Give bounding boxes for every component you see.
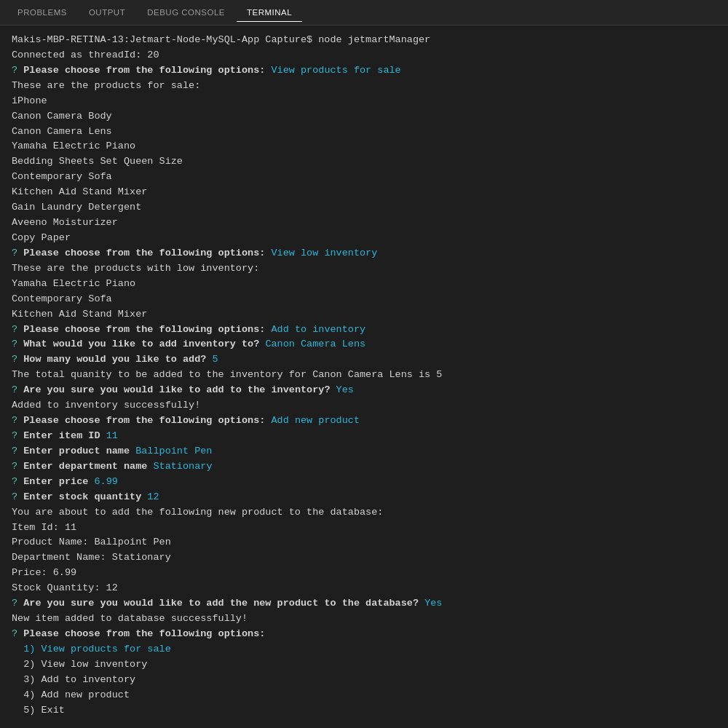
line-added-success: Added to inventory successfully! xyxy=(12,398,716,414)
line-iphone: iPhone xyxy=(12,94,716,109)
line-copy: Copy Paper xyxy=(12,231,716,246)
line-prompt-4: ? What would you like to add inventory t… xyxy=(12,337,716,352)
line-kitchen: Kitchen Aid Stand Mixer xyxy=(12,185,716,200)
line-prompt-price: ? Enter price 6.99 xyxy=(12,475,716,490)
line-gain: Gain Laundry Detergent xyxy=(12,200,716,215)
line-prompt-dept: ? Enter department name Stationary xyxy=(12,459,716,475)
line-new-item-success: New item added to database successfully! xyxy=(12,612,716,627)
line-canon-lens: Canon Camera Lens xyxy=(12,124,716,140)
line-prompt-1: ? Please choose from the following optio… xyxy=(12,63,716,79)
terminal-body[interactable]: Makis-MBP-RETINA-13:Jetmart-Node-MySQL-A… xyxy=(0,25,728,728)
line-sofa: Contemporary Sofa xyxy=(12,170,716,185)
line-prompt-2: ? Please choose from the following optio… xyxy=(12,246,716,261)
line-prompt-5: ? How many would you like to add? 5 xyxy=(12,352,716,368)
line-prompt-9: ? Please choose from the following optio… xyxy=(12,627,716,642)
line-stock-qty: Stock Quantity: 12 xyxy=(12,581,716,596)
tab-problems[interactable]: PROBLEMS xyxy=(7,4,77,21)
line-bedding: Bedding Sheets Set Queen Size xyxy=(12,154,716,170)
tab-debug-console[interactable]: DEBUG CONSOLE xyxy=(137,4,235,21)
line-item-id: Item Id: 11 xyxy=(12,521,716,536)
line-connected: Connected as threadId: 20 xyxy=(12,48,716,63)
line-prompt-8: ? Are you sure you would like to add the… xyxy=(12,596,716,612)
line-cmd: Makis-MBP-RETINA-13:Jetmart-Node-MySQL-A… xyxy=(12,33,716,48)
line-menu-2: 2) View low inventory xyxy=(12,657,716,673)
line-low-yamaha: Yamaha Electric Piano xyxy=(12,277,716,292)
line-prompt-product-name: ? Enter product name Ballpoint Pen xyxy=(12,444,716,459)
line-prompt-7: ? Please choose from the following optio… xyxy=(12,414,716,429)
line-prompt-stock: ? Enter stock quantity 12 xyxy=(12,490,716,505)
line-low-kitchen: Kitchen Aid Stand Mixer xyxy=(12,307,716,323)
line-low-sofa: Contemporary Sofa xyxy=(12,292,716,307)
line-menu-5: 5) Exit xyxy=(12,703,716,719)
line-menu-4: 4) Add new product xyxy=(12,688,716,703)
line-canon-body: Canon Camera Body xyxy=(12,109,716,124)
line-product-name: Product Name: Ballpoint Pen xyxy=(12,535,716,550)
line-prompt-item-id: ? Enter item ID 11 xyxy=(12,429,716,444)
line-low-header: These are the products with low inventor… xyxy=(12,261,716,277)
tab-terminal[interactable]: TERMINAL xyxy=(237,4,302,22)
tab-output[interactable]: OUTPUT xyxy=(79,4,135,21)
line-aveeno: Aveeno Moisturizer xyxy=(12,215,716,231)
tab-bar: PROBLEMS OUTPUT DEBUG CONSOLE TERMINAL xyxy=(0,0,728,25)
line-total-qty: The total quanity to be added to the inv… xyxy=(12,368,716,383)
line-price: Price: 6.99 xyxy=(12,566,716,581)
line-menu-3: 3) Add to inventory xyxy=(12,673,716,688)
line-prompt-3: ? Please choose from the following optio… xyxy=(12,323,716,338)
line-products-header: These are the products for sale: xyxy=(12,79,716,94)
line-prompt-6: ? Are you sure you would like to add to … xyxy=(12,383,716,398)
line-menu-1: 1) View products for sale xyxy=(12,642,716,657)
line-dept-name: Department Name: Stationary xyxy=(12,550,716,566)
line-yamaha: Yamaha Electric Piano xyxy=(12,139,716,154)
line-about-to-add: You are about to add the following new p… xyxy=(12,505,716,521)
